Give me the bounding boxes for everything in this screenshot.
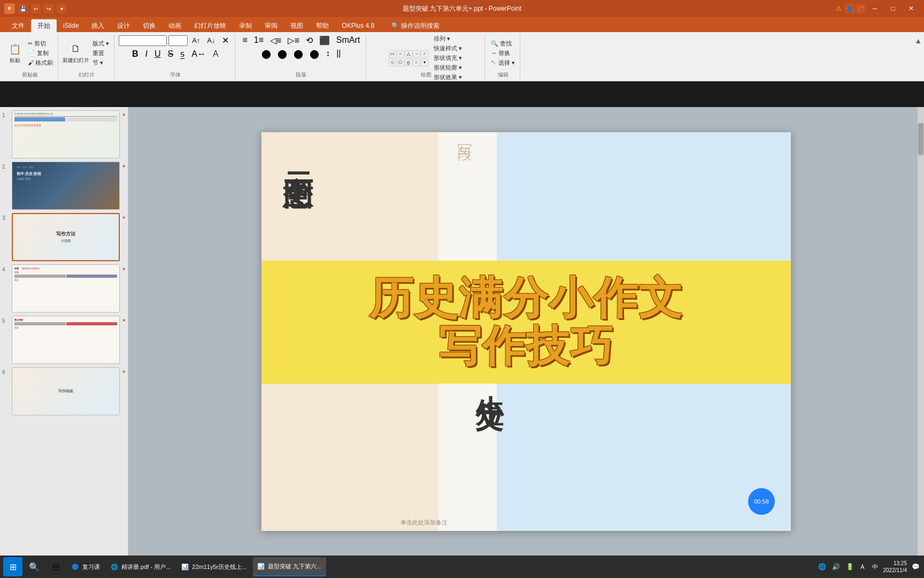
section-button[interactable]: 节 ▾ (91, 58, 111, 67)
maximize-button[interactable]: □ (884, 1, 902, 16)
tab-home[interactable]: 开始 (31, 19, 57, 32)
underline-button[interactable]: U (152, 48, 164, 60)
char-spacing-button[interactable]: A↔ (189, 48, 209, 60)
undo-button[interactable]: ↩ (31, 4, 41, 13)
bullet-button[interactable]: ≡ (240, 34, 250, 47)
line-spacing-button[interactable]: ↕ (323, 48, 333, 60)
notification-icon[interactable]: 💬 (910, 561, 921, 572)
oval-shape[interactable]: ○ (397, 50, 404, 58)
slide-thumb-2[interactable]: 初中 · 历史 · 阶段 初中·历史·阶段 小短文 写法 (12, 162, 120, 210)
tab-help[interactable]: 帮助 (310, 19, 335, 32)
tab-islide[interactable]: iSlide (57, 19, 85, 32)
tab-animations[interactable]: 动画 (162, 19, 188, 32)
tab-search[interactable]: 🔍 操作说明搜索 (385, 19, 446, 32)
slide-thumb-4[interactable]: 审题 规范格式 对照评分 定题 写文 (12, 264, 120, 313)
tab-record[interactable]: 录制 (233, 19, 258, 32)
network-tray-icon[interactable]: 🌐 (817, 561, 827, 572)
text-direction-button[interactable]: ⟲ (303, 34, 315, 47)
tab-view[interactable]: 视图 (284, 19, 310, 32)
quick-styles-button[interactable]: 快速样式 ▾ (432, 44, 464, 53)
slide-item-4[interactable]: 4 审题 规范格式 对照评分 定题 写文 (2, 264, 126, 313)
ribbon-toggle[interactable]: 📌 (856, 4, 865, 13)
reset-button[interactable]: 重置 (91, 49, 111, 58)
battery-tray-icon[interactable]: 🔋 (844, 561, 855, 572)
replace-button[interactable]: ↔ 替换 (489, 49, 517, 58)
format-painter-button[interactable]: 🖌 格式刷 (26, 58, 55, 67)
shape-fill-button[interactable]: 形状填充 ▾ (432, 54, 464, 63)
slide-thumb-1[interactable]: 中考历史小短文考查形式及规范写法示例 走向中考历史绿色通道 (12, 110, 120, 158)
columns-button[interactable]: || (334, 48, 343, 60)
slide-item-1[interactable]: 1 中考历史小短文考查形式及规范写法示例 走向中考历史绿色通道 ★ (2, 110, 126, 158)
more-shapes[interactable]: ▾ (421, 59, 428, 66)
taskbar-item-pdf[interactable]: 🌐 精讲册.pdf - 用户... (106, 557, 175, 576)
slide-item-5[interactable]: 5 重点突破 写文 ★ (2, 316, 126, 364)
slide-thumb-5[interactable]: 重点突破 写文 (12, 316, 120, 364)
shape-outline-button[interactable]: 形状轮廓 ▾ (432, 63, 464, 72)
decrease-indent-button[interactable]: ◁≡ (267, 34, 284, 47)
slide-item-3[interactable]: 3 写作方法 示意图 ★ (2, 213, 126, 261)
tab-insert[interactable]: 插入 (85, 19, 111, 32)
star-shape[interactable]: ☆ (413, 59, 420, 66)
close-button[interactable]: ✕ (903, 1, 920, 16)
font-size-input[interactable] (168, 35, 188, 46)
align-left-button[interactable]: ⬤ (259, 48, 274, 60)
new-slide-button[interactable]: 🗋 新建幻灯片 (63, 39, 89, 68)
slide-thumb-3[interactable]: 写作方法 示意图 (12, 213, 120, 261)
bracket-shape[interactable]: {} (405, 59, 412, 66)
smartart-button[interactable]: SmArt (334, 34, 363, 47)
volume-tray-icon[interactable]: 🔊 (830, 561, 841, 572)
arrange-button[interactable]: 排列 ▾ (432, 34, 464, 43)
taskview-btn[interactable]: ⊟ (46, 557, 65, 576)
time-display[interactable]: 13:25 2022/11/4 (883, 560, 907, 574)
clear-format-button[interactable]: ✕ (219, 34, 232, 47)
redo-button[interactable]: ↪ (44, 4, 53, 13)
minimize-button[interactable]: ─ (866, 1, 883, 16)
line-shape[interactable]: / (421, 50, 428, 58)
tab-review[interactable]: 审阅 (258, 19, 284, 32)
tray-ime[interactable]: A (858, 562, 866, 571)
increase-indent-button[interactable]: ▷≡ (285, 34, 302, 47)
diamond-shape[interactable]: ◇ (389, 59, 396, 66)
ribbon-collapse[interactable]: ▲ (914, 34, 922, 80)
font-family-input[interactable] (119, 35, 167, 46)
penta-shape[interactable]: ⬠ (397, 59, 404, 66)
tray-lang[interactable]: 中 (870, 562, 880, 572)
user-icon[interactable]: 👤 (845, 4, 854, 13)
numbering-button[interactable]: 1≡ (251, 34, 266, 47)
quick-access-button[interactable]: ▾ (57, 4, 66, 13)
rect-shape[interactable]: ▭ (389, 50, 396, 58)
slide-canvas[interactable]: 示意图 写段 关系类 写作方法 历史满分小作文 写作技巧 小短文 单击此处添加备… (261, 132, 791, 531)
triangle-shape[interactable]: △ (405, 50, 412, 58)
shadow-button[interactable]: s̲ (178, 48, 187, 60)
layout-button[interactable]: 版式 ▾ (91, 39, 111, 48)
align-center-button[interactable]: ⬤ (275, 48, 290, 60)
taskbar-item-lishi[interactable]: 📊 22m11y5r历史线上... (177, 557, 251, 576)
find-button[interactable]: 🔍 查找 (489, 39, 517, 48)
bold-button[interactable]: B (129, 48, 141, 60)
arrow-shape[interactable]: → (413, 50, 420, 58)
tab-slideshow[interactable]: 幻灯片放映 (188, 19, 233, 32)
search-taskbar-btn[interactable]: 🔍 (25, 557, 44, 576)
decrease-font-button[interactable]: A↓ (204, 35, 218, 45)
save-button[interactable]: 💾 (18, 4, 28, 13)
paste-button[interactable]: 📋 粘贴 (5, 39, 25, 68)
taskbar-item-ppt[interactable]: 📊 题型突破 九下第六... (253, 557, 326, 576)
increase-font-button[interactable]: A↑ (189, 35, 203, 45)
shape-effects-button[interactable]: 形状效果 ▾ (432, 73, 464, 82)
justify-button[interactable]: ⬤ (307, 48, 322, 60)
tab-design[interactable]: 设计 (111, 19, 136, 32)
cut-button[interactable]: ✂ 剪切 (26, 39, 55, 48)
italic-button[interactable]: I (143, 48, 150, 60)
blue-circle-timer[interactable]: 00:58 (748, 488, 775, 515)
slide-item-6[interactable]: 6 写作练板 ★ (2, 367, 126, 415)
tab-okplus[interactable]: OKPlus 4.8 (335, 19, 381, 32)
slide-thumb-6[interactable]: 写作练板 (12, 367, 120, 415)
copy-button[interactable]: 📄 复制 (26, 49, 55, 58)
font-color-button[interactable]: A (210, 48, 221, 60)
taskbar-item-fuxi[interactable]: 🔵 复习课 (67, 557, 104, 576)
tab-transitions[interactable]: 切换 (136, 19, 162, 32)
start-button[interactable]: ⊞ (3, 557, 22, 576)
select-button[interactable]: ↖ 选择 ▾ (489, 58, 517, 67)
slide-item-2[interactable]: 2 初中 · 历史 · 阶段 初中·历史·阶段 小短文 写法 ★ (2, 162, 126, 210)
align-text-button[interactable]: ⬛ (317, 34, 333, 47)
